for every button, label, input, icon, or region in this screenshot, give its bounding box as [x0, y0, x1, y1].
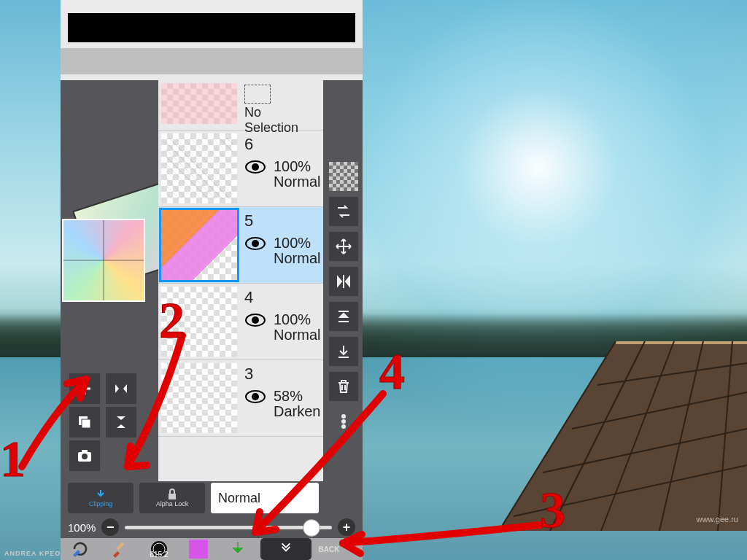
- brush-size-value: 815.2: [150, 551, 168, 559]
- back-button[interactable]: BACK: [314, 538, 344, 560]
- layer-blendmode: Normal: [274, 174, 320, 190]
- layer-name: 5: [244, 211, 320, 230]
- svg-rect-25: [82, 419, 90, 428]
- flip-h-button[interactable]: [106, 373, 136, 404]
- eye-icon[interactable]: [244, 160, 266, 174]
- layer-thumb: [161, 210, 237, 280]
- alpha-lock-button[interactable]: Alpha Lock: [139, 483, 205, 513]
- add-layer-button[interactable]: [69, 373, 100, 404]
- collapse-button[interactable]: [260, 538, 311, 560]
- undo-brush-button[interactable]: [61, 538, 100, 560]
- phone-frame: No Selection 6 100% Normal: [61, 0, 363, 560]
- brush-size-button[interactable]: 815.2: [139, 538, 179, 560]
- selection-thumb: [161, 83, 237, 124]
- selection-layer-row[interactable]: No Selection: [158, 80, 323, 131]
- swap-icon[interactable]: [329, 197, 358, 226]
- layer-opacity: 100%: [274, 311, 311, 328]
- phone-graybar: [61, 48, 363, 74]
- download-button[interactable]: [218, 538, 258, 560]
- eye-icon[interactable]: [244, 313, 266, 327]
- phone-statusbar: [61, 0, 363, 13]
- svg-point-21: [342, 415, 345, 418]
- svg-point-27: [82, 454, 88, 459]
- color-swatch-button[interactable]: [179, 538, 218, 560]
- back-label: BACK: [319, 545, 340, 553]
- camera-button[interactable]: [69, 440, 100, 471]
- flatten-icon[interactable]: [329, 337, 358, 366]
- clip-row: Clipping Alpha Lock Normal: [68, 483, 319, 513]
- layer-blendmode: Normal: [274, 250, 320, 267]
- phone-blackbar: [68, 13, 355, 42]
- layer-name: 4: [244, 288, 320, 307]
- mirror-icon[interactable]: [329, 267, 358, 296]
- eye-icon[interactable]: [244, 236, 266, 251]
- duplicate-button[interactable]: [69, 407, 100, 438]
- svg-rect-29: [169, 494, 176, 499]
- svg-point-14: [252, 163, 259, 171]
- opacity-value: 100%: [68, 521, 96, 534]
- more-icon[interactable]: [329, 407, 358, 436]
- layer-row-5[interactable]: 5 100% Normal: [158, 207, 323, 284]
- svg-point-16: [252, 240, 259, 247]
- clipping-button[interactable]: Clipping: [68, 483, 133, 513]
- wallpaper-pier: [397, 341, 747, 531]
- layer-name: 6: [244, 135, 320, 154]
- layer-thumb: [161, 133, 237, 203]
- merge-down-icon[interactable]: [329, 302, 358, 331]
- bottom-toolbar: 815.2 BACK: [61, 538, 363, 560]
- opacity-slider[interactable]: [125, 526, 332, 529]
- layer-thumb: [161, 363, 237, 433]
- svg-point-22: [342, 420, 345, 423]
- clipping-icon: [94, 489, 107, 500]
- layer-blendmode: Normal: [274, 327, 320, 343]
- credit-right: www.gee.ru: [697, 515, 738, 524]
- annotation-1: 1: [0, 430, 26, 489]
- clipping-label: Clipping: [89, 500, 113, 508]
- annotation-2: 2: [159, 292, 185, 350]
- drawing-app: No Selection 6 100% Normal: [61, 80, 363, 560]
- layer-blendmode: Darken: [274, 403, 320, 420]
- layer-opacity: 100%: [274, 235, 311, 252]
- blend-mode-value: Normal: [218, 491, 260, 506]
- opacity-minus-button[interactable]: −: [101, 518, 119, 536]
- opacity-plus-button[interactable]: +: [338, 518, 355, 536]
- move-icon[interactable]: [329, 232, 358, 261]
- opacity-row: 100% − +: [68, 518, 355, 537]
- annotation-3: 3: [540, 481, 565, 540]
- layer-row-3[interactable]: 3 58% Darken: [158, 360, 323, 437]
- svg-marker-1: [616, 341, 747, 344]
- layer-name: 3: [244, 365, 320, 384]
- alpha-lock-label: Alpha Lock: [156, 500, 189, 508]
- layer-row-6[interactable]: 6 100% Normal: [158, 131, 323, 207]
- selection-marquee-icon: [244, 85, 271, 104]
- svg-point-23: [342, 425, 345, 428]
- svg-rect-28: [82, 450, 88, 453]
- flip-v-button[interactable]: [106, 407, 136, 438]
- svg-rect-30: [116, 542, 124, 550]
- annotation-4: 4: [379, 343, 405, 401]
- brush-button[interactable]: [100, 538, 139, 560]
- layers-panel: No Selection 6 100% Normal: [158, 80, 323, 481]
- trash-icon[interactable]: [329, 372, 358, 401]
- layer-tools-column: [329, 162, 358, 442]
- lock-icon: [166, 489, 178, 500]
- svg-point-18: [252, 316, 259, 324]
- left-tool-grid: [68, 372, 141, 472]
- layer-opacity: 58%: [274, 388, 303, 405]
- blend-mode-select[interactable]: Normal: [211, 483, 319, 513]
- color-swatch: [189, 540, 208, 559]
- slider-knob[interactable]: [303, 519, 320, 537]
- eye-icon[interactable]: [244, 389, 266, 404]
- checker-icon[interactable]: [329, 162, 358, 191]
- layer-opacity: 100%: [274, 158, 311, 175]
- svg-point-20: [252, 393, 259, 400]
- navigator-thumbnail[interactable]: [62, 219, 145, 302]
